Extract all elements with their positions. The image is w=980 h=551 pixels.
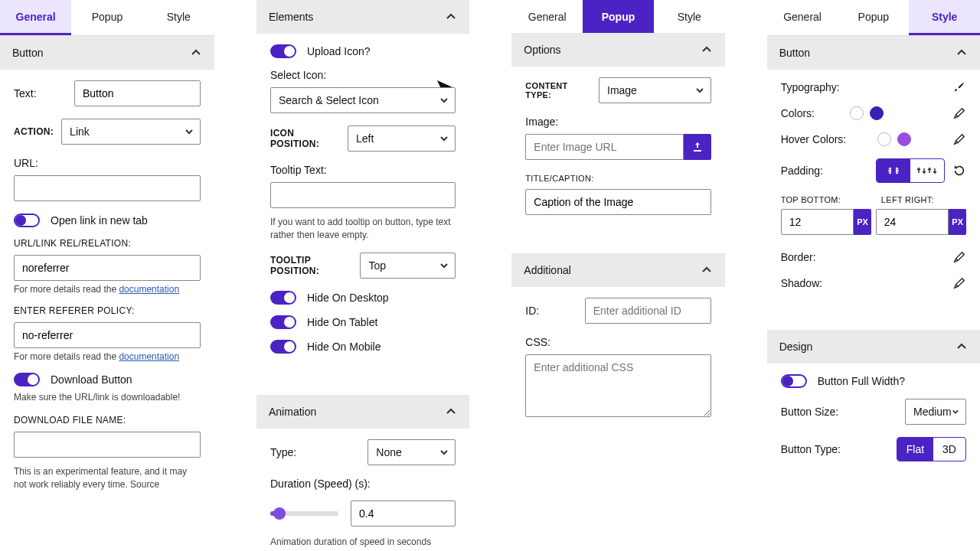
hide-mobile-label: Hide On Mobile	[307, 341, 381, 353]
chevron-down-icon	[695, 86, 704, 95]
tab-general[interactable]: General	[767, 0, 838, 35]
color-swatch[interactable]	[870, 106, 884, 120]
newtab-toggle[interactable]	[14, 214, 40, 227]
tb-label: TOP BOTTOM:	[781, 195, 866, 204]
padding-mode-toggle[interactable]	[876, 158, 945, 183]
icon-pos-select[interactable]: Left	[348, 126, 456, 152]
content-type-select[interactable]: Image	[599, 77, 711, 103]
image-url-input[interactable]	[525, 134, 683, 160]
type-3d-button[interactable]: 3D	[933, 438, 965, 461]
color-swatch[interactable]	[850, 106, 864, 120]
size-select[interactable]: Medium	[905, 399, 966, 425]
padding-lr-input[interactable]	[876, 209, 949, 235]
tab-general[interactable]: General	[0, 0, 71, 35]
refpol-label: ENTER REFERER POLICY:	[14, 305, 201, 316]
pencil-icon[interactable]	[952, 106, 966, 120]
text-input[interactable]	[74, 80, 201, 106]
pencil-icon[interactable]	[952, 276, 966, 290]
action-select[interactable]: Link	[61, 119, 201, 145]
anim-dur-hint: Animation duration of speed in seconds	[270, 536, 456, 549]
chevron-up-icon	[445, 406, 457, 418]
brush-icon[interactable]	[952, 80, 966, 94]
caret-down-icon	[439, 96, 449, 105]
id-input[interactable]	[585, 298, 711, 324]
section-button-head[interactable]: Button	[0, 36, 214, 70]
tab-popup[interactable]: Popup	[583, 0, 654, 33]
padding-tb-input[interactable]	[781, 209, 854, 235]
icon-pos-label: ICON POSITION:	[270, 128, 340, 149]
tab-style[interactable]: Style	[909, 0, 980, 35]
select-icon-dropdown[interactable]: Search & Select Icon	[270, 87, 456, 113]
padding-label: Padding:	[781, 165, 823, 177]
section-button-title: Button	[12, 47, 43, 59]
hide-mobile-toggle[interactable]	[270, 340, 296, 354]
anim-duration-input[interactable]	[351, 500, 456, 527]
download-toggle[interactable]	[14, 373, 40, 386]
tabs-col4: General Popup Style	[767, 0, 980, 36]
hide-tablet-toggle[interactable]	[270, 315, 296, 329]
content-type-label: CONTENT TYPE:	[525, 81, 591, 99]
reset-icon[interactable]	[952, 164, 966, 178]
section-additional-head[interactable]: Additional	[511, 253, 724, 287]
anim-duration-slider[interactable]	[270, 511, 338, 516]
section-animation-head[interactable]: Animation	[256, 395, 469, 429]
upload-button[interactable]	[684, 134, 711, 160]
upload-icon-toggle[interactable]	[270, 44, 296, 58]
section-button-style-head[interactable]: Button	[767, 36, 980, 70]
padding-linked-icon[interactable]	[877, 159, 910, 182]
border-label: Border:	[781, 251, 816, 263]
color-swatch[interactable]	[897, 132, 911, 146]
tooltip-pos-select[interactable]: Top	[360, 253, 456, 279]
size-label: Button Size:	[781, 406, 839, 418]
pencil-icon[interactable]	[952, 250, 966, 264]
dlfile-input[interactable]	[14, 432, 201, 458]
dlfile-hint: This is an experimental feature, and it …	[14, 465, 201, 491]
fullwidth-toggle[interactable]	[781, 374, 807, 388]
image-label: Image:	[525, 116, 710, 128]
chevron-up-icon	[956, 341, 968, 353]
documentation-link[interactable]: documentation	[119, 284, 179, 295]
refpol-input[interactable]	[14, 322, 201, 348]
url-label: URL:	[14, 157, 201, 169]
section-design-head[interactable]: Design	[767, 330, 980, 364]
tooltip-text-input[interactable]	[270, 182, 456, 208]
section-elements-head[interactable]: Elements	[256, 0, 469, 34]
tab-style[interactable]: Style	[143, 0, 214, 35]
documentation-link[interactable]: documentation	[119, 351, 179, 362]
upload-icon	[691, 141, 704, 153]
tab-popup[interactable]: Popup	[838, 0, 909, 35]
tab-popup[interactable]: Popup	[71, 0, 142, 35]
tab-general[interactable]: General	[511, 0, 583, 33]
chevron-up-icon	[190, 47, 202, 59]
section-elements-title: Elements	[269, 11, 313, 23]
chevron-up-icon	[445, 11, 457, 23]
rel-input[interactable]	[14, 255, 201, 281]
title-label: TITLE/CAPTION:	[525, 174, 710, 183]
chevron-up-icon	[956, 47, 968, 59]
url-input[interactable]	[14, 175, 201, 201]
pencil-icon[interactable]	[952, 132, 966, 146]
action-label: ACTION:	[14, 126, 54, 137]
hide-tablet-label: Hide On Tablet	[307, 316, 377, 328]
css-textarea[interactable]	[525, 354, 710, 417]
hide-desktop-toggle[interactable]	[270, 291, 296, 305]
chevron-up-icon	[701, 264, 713, 276]
section-options-head[interactable]: Options	[511, 33, 724, 67]
anim-type-select[interactable]: None	[368, 439, 456, 465]
padding-individual-icon[interactable]	[910, 159, 944, 182]
tooltip-pos-label: TOOLTIP POSITION:	[270, 255, 352, 276]
chevron-up-icon	[701, 44, 713, 56]
section-animation-title: Animation	[269, 406, 316, 418]
source-link[interactable]: Source	[130, 479, 159, 490]
type-flat-button[interactable]: Flat	[897, 438, 933, 461]
px-unit: PX	[949, 209, 966, 235]
title-input[interactable]	[525, 189, 710, 215]
fullwidth-label: Button Full Width?	[818, 375, 905, 387]
color-swatch[interactable]	[877, 132, 891, 146]
section-additional-title: Additional	[524, 264, 571, 276]
tab-style[interactable]: Style	[654, 0, 725, 33]
hide-desktop-label: Hide On Desktop	[307, 292, 389, 304]
typography-label: Typography:	[781, 81, 840, 93]
refpol-hint: For more details read the documentation	[14, 351, 201, 362]
tooltip-text-label: Tooltip Text:	[270, 164, 456, 176]
